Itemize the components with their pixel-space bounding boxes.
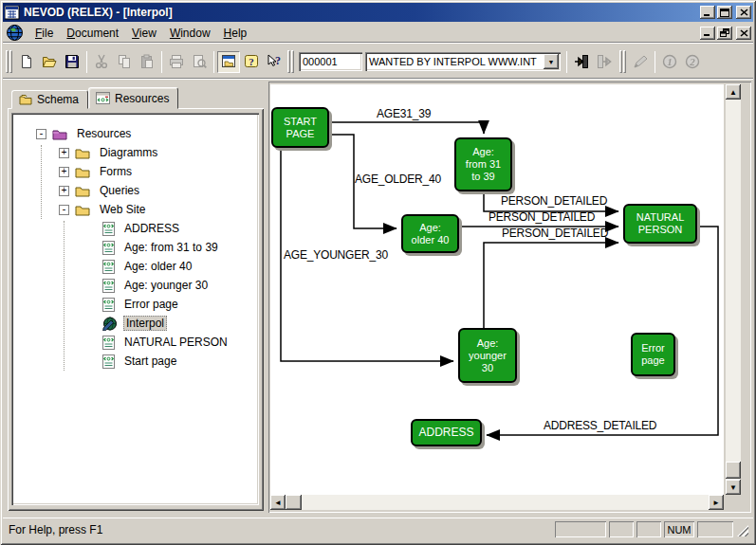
resize-grip[interactable] (736, 521, 749, 537)
edge-label-address-detailed: ADDRESS_DETAILED (544, 419, 656, 432)
horizontal-scrollbar[interactable]: ◄ ► (270, 495, 724, 510)
node-age-31-39[interactable]: Age: from 31 to 39 (454, 137, 512, 191)
collapse-icon[interactable] (36, 129, 46, 139)
toolbar-gripper[interactable] (287, 50, 295, 73)
tree-item-label: Age: younger 30 (121, 278, 211, 293)
tree-item-interpol[interactable]: Interpol (13, 314, 257, 333)
client-area: Schema Resources Resources (3, 80, 753, 513)
paste-icon (139, 54, 155, 69)
scissors-icon (94, 54, 109, 69)
paste-button[interactable] (136, 51, 158, 73)
node-start-page[interactable]: START PAGE (271, 107, 329, 148)
save-floppy-icon (65, 54, 80, 69)
edit-resource-button[interactable] (629, 51, 652, 73)
document-globe-icon (7, 25, 23, 41)
node-age-older-40[interactable]: Age: older 40 (401, 214, 459, 253)
open-button[interactable] (38, 51, 61, 73)
horizontal-scroll-thumb[interactable] (286, 495, 302, 510)
tree-item-natural-person[interactable]: NATURAL PERSON (13, 333, 257, 352)
tree-item-address[interactable]: ADDRESS (13, 219, 257, 238)
document-combo[interactable]: WANTED BY INTERPOL WWW.INT▼ (365, 52, 561, 71)
print-preview-button[interactable] (188, 51, 211, 73)
print-preview-icon (192, 54, 207, 69)
help-button[interactable]: ? (240, 51, 263, 73)
node-address[interactable]: ADDRESS (411, 419, 482, 446)
scroll-right-button[interactable]: ► (709, 495, 724, 510)
print-button[interactable] (165, 51, 188, 73)
save-button[interactable] (61, 51, 83, 73)
tree-item-resources[interactable]: Resources (13, 124, 257, 143)
step-two-button[interactable]: 2 (681, 51, 704, 73)
window-title: NEVOD (RELEX) - [Interpol] (24, 6, 698, 19)
tree-item-age-older-40[interactable]: Age: older 40 (13, 257, 257, 276)
schema-icon (19, 94, 32, 105)
tree-item-diagramms[interactable]: Diagramms (13, 143, 257, 162)
menu-view[interactable]: View (125, 25, 163, 42)
menu-document[interactable]: Document (60, 25, 125, 42)
mdi-minimize-button[interactable] (700, 27, 715, 40)
expand-icon[interactable] (59, 148, 69, 158)
web-page-icon (102, 222, 115, 236)
tab-resources[interactable]: Resources (88, 87, 178, 109)
expand-icon[interactable] (59, 167, 69, 177)
tree-item-label: Start page (121, 354, 179, 369)
tree-item-label: Forms (97, 164, 135, 179)
toolbar-separator (86, 51, 87, 73)
expand-icon[interactable] (59, 186, 69, 196)
tree-item-age-31-39[interactable]: Age: from 31 to 39 (13, 238, 257, 257)
menu-file[interactable]: File (28, 25, 60, 42)
mdi-close-button[interactable] (736, 27, 751, 40)
circle-one-icon: 1 (662, 54, 677, 69)
open-document-button[interactable] (570, 51, 593, 73)
edge-label-person-detailed-3: PERSON_DETAILED (502, 227, 608, 240)
edge-label-age-younger-30: AGE_YOUNGER_30 (284, 248, 388, 262)
circle-two-icon: 2 (685, 54, 700, 69)
maximize-button[interactable] (717, 6, 732, 19)
context-help-button[interactable]: ? (263, 51, 286, 73)
scroll-left-button[interactable]: ◄ (270, 495, 286, 510)
record-number-field[interactable]: 000001 (299, 52, 362, 71)
tree-item-web-site[interactable]: Web Site (13, 200, 257, 219)
sidebar: Schema Resources Resources (8, 87, 264, 511)
scroll-up-button[interactable]: ▲ (726, 84, 741, 100)
menu-help[interactable]: Help (217, 25, 254, 42)
status-bar: For Help, press F1 NUM (3, 518, 753, 540)
cut-button[interactable] (90, 51, 113, 73)
tree-item-forms[interactable]: Forms (13, 162, 257, 181)
tree-item-age-younger-30[interactable]: Age: younger 30 (13, 276, 257, 295)
new-document-button[interactable] (15, 51, 38, 73)
vertical-scroll-thumb[interactable] (726, 462, 741, 479)
copy-button[interactable] (113, 51, 136, 73)
tree-item-queries[interactable]: Queries (13, 181, 257, 200)
step-one-button[interactable]: 1 (658, 51, 681, 73)
collapse-icon[interactable] (59, 205, 69, 215)
node-error-page[interactable]: Error page (631, 333, 675, 376)
app-window: NEVOD (RELEX) - [Interpol] File Document… (0, 0, 756, 545)
close-button[interactable] (736, 6, 751, 19)
minimize-button[interactable] (700, 6, 715, 19)
menu-window[interactable]: Window (163, 25, 217, 42)
combo-dropdown-button[interactable]: ▼ (544, 54, 559, 69)
tree-item-start-page[interactable]: Start page (13, 352, 257, 371)
scroll-down-button[interactable]: ▼ (726, 480, 741, 495)
web-page-icon (102, 260, 115, 274)
document-combo-value: WANTED BY INTERPOL WWW.INT (369, 56, 537, 67)
vertical-scrollbar[interactable]: ▲ ▼ (726, 84, 741, 495)
close-document-button[interactable] (593, 51, 616, 73)
toolbar-gripper[interactable] (6, 50, 13, 73)
mdi-restore-button[interactable] (717, 27, 732, 40)
svg-text:?: ? (249, 56, 254, 67)
tree-item-error-page[interactable]: Error page (13, 295, 257, 314)
sidebar-tabs: Schema Resources (11, 87, 178, 109)
workspace-view-button[interactable] (217, 51, 240, 73)
folder-icon (75, 147, 90, 159)
node-natural-person[interactable]: NATURAL PERSON (623, 204, 697, 244)
toolbar-gripper[interactable] (619, 50, 627, 73)
sidebar-tab-body: Resources Diagramms Forms (8, 108, 264, 511)
edge-label-age31-39: AGE31_39 (377, 107, 431, 120)
diagram-canvas[interactable]: START PAGE Age: from 31 to 39 Age: older… (270, 84, 724, 495)
tab-schema[interactable]: Schema (11, 90, 88, 109)
node-age-younger-30[interactable]: Age: younger 30 (458, 328, 517, 383)
tree-item-label: Age: older 40 (121, 259, 194, 274)
context-help-icon: ? (267, 54, 282, 69)
